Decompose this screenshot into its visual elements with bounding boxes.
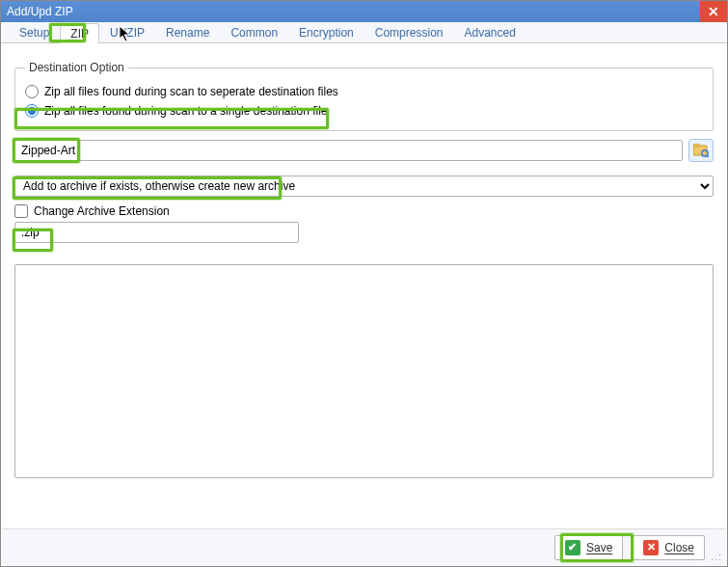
radio-single[interactable] [25, 104, 39, 118]
title-bar: Add/Upd ZIP ✕ [1, 1, 727, 22]
resize-grip-icon: ..: [712, 552, 722, 562]
tab-compression[interactable]: Compression [364, 22, 454, 42]
archive-name-input[interactable] [14, 140, 683, 161]
browse-folder-icon [693, 144, 709, 157]
tab-strip: Setup ZIP UNZIP Rename Common Encryption… [1, 22, 727, 43]
tab-advanced[interactable]: Advanced [453, 22, 526, 42]
tab-encryption[interactable]: Encryption [288, 22, 364, 42]
archive-mode-select[interactable]: Add to archive if exists, otherwise crea… [14, 176, 714, 197]
window-close-button[interactable]: ✕ [700, 1, 727, 22]
radio-separate[interactable] [25, 85, 39, 98]
change-extension-label[interactable]: Change Archive Extension [34, 204, 170, 218]
close-button-label: Close [664, 541, 694, 554]
window-title: Add/Upd ZIP [7, 5, 73, 18]
svg-rect-1 [693, 144, 699, 147]
svg-line-3 [707, 155, 709, 157]
tab-unzip[interactable]: UNZIP [99, 22, 155, 42]
tab-common[interactable]: Common [220, 22, 288, 42]
change-extension-checkbox[interactable] [14, 204, 28, 218]
tab-setup[interactable]: Setup [9, 22, 60, 42]
x-icon: ✕ [643, 540, 659, 555]
radio-single-label[interactable]: Zip all files found during scan to a sin… [44, 104, 328, 118]
tab-zip[interactable]: ZIP [60, 23, 99, 43]
close-button[interactable]: ✕ Close [633, 535, 705, 560]
radio-row-separate[interactable]: Zip all files found during scan to seper… [25, 82, 703, 101]
close-icon: ✕ [708, 4, 719, 19]
dialog-footer: ✔ Save ✕ Close ..: [2, 528, 726, 565]
tab-rename[interactable]: Rename [155, 22, 220, 42]
save-button[interactable]: ✔ Save [554, 535, 623, 560]
radio-separate-label[interactable]: Zip all files found during scan to seper… [44, 85, 338, 98]
radio-row-single[interactable]: Zip all files found during scan to a sin… [25, 101, 703, 121]
browse-button[interactable] [688, 139, 714, 162]
result-list-box[interactable] [14, 264, 714, 478]
change-extension-row: Change Archive Extension [14, 204, 714, 218]
save-button-label: Save [586, 541, 612, 554]
archive-name-row [14, 139, 714, 162]
tab-content-zip: Destination Option Zip all files found d… [1, 43, 727, 529]
destination-option-group: Destination Option Zip all files found d… [14, 61, 714, 131]
destination-legend: Destination Option [25, 61, 128, 74]
extension-input[interactable] [14, 222, 299, 243]
check-icon: ✔ [565, 540, 580, 555]
